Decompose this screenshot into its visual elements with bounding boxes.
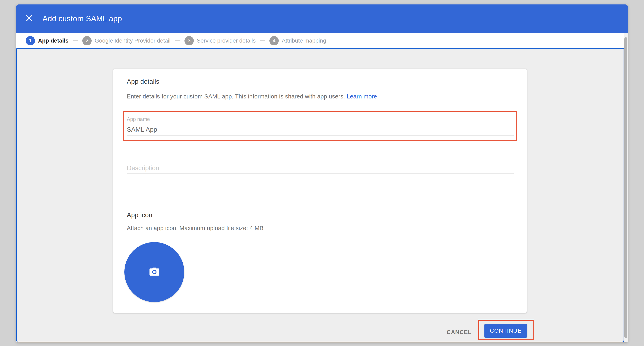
step-service-provider-details[interactable]: 3 Service provider details [184, 36, 256, 45]
dialog-header: Add custom SAML app [16, 5, 628, 33]
app-name-input[interactable]: SAML App [127, 126, 514, 133]
step-2-badge: 2 [82, 36, 92, 45]
camera-icon [148, 267, 160, 277]
step-attribute-mapping[interactable]: 4 Attribute mapping [270, 36, 326, 45]
step-google-idp-details[interactable]: 2 Google Identity Provider details [82, 36, 171, 45]
continue-button[interactable]: CONTINUE [484, 324, 527, 338]
scrollbar[interactable] [624, 33, 628, 342]
step-1-label: App details [38, 38, 68, 44]
dialog-content: App details Enter details for your custo… [16, 48, 624, 342]
step-4-label: Attribute mapping [282, 38, 326, 44]
step-4-badge: 4 [270, 36, 279, 45]
section-description: Enter details for your custom SAML app. … [127, 93, 377, 100]
section-title: App details [127, 78, 160, 85]
app-icon-upload-button[interactable] [124, 242, 184, 302]
app-name-underline [127, 135, 514, 136]
step-3-badge: 3 [184, 36, 194, 45]
step-1-badge: 1 [26, 36, 35, 45]
app-details-card: App details Enter details for your custo… [113, 69, 527, 313]
close-icon [25, 14, 34, 23]
scrollbar-thumb[interactable] [624, 37, 627, 338]
learn-more-link[interactable]: Learn more [347, 93, 377, 100]
step-separator [72, 40, 78, 41]
step-separator [175, 40, 180, 41]
step-app-details[interactable]: 1 App details [26, 36, 68, 45]
app-icon-hint: Attach an app icon. Maximum upload file … [127, 225, 264, 232]
app-icon-title: App icon [127, 211, 152, 219]
close-button[interactable] [24, 13, 34, 23]
cancel-button[interactable]: CANCEL [446, 327, 472, 337]
dialog-title: Add custom SAML app [42, 5, 122, 33]
app-name-label: App name [127, 116, 150, 122]
description-input[interactable]: Description [127, 164, 514, 172]
step-2-label: Google Identity Provider details [95, 38, 171, 44]
add-custom-saml-app-dialog: Add custom SAML app 1 App details 2 Goog… [16, 5, 628, 342]
step-separator [260, 40, 265, 41]
step-3-label: Service provider details [197, 38, 256, 44]
section-description-text: Enter details for your custom SAML app. … [127, 93, 345, 100]
description-underline [127, 174, 514, 174]
stepper: 1 App details 2 Google Identity Provider… [16, 33, 628, 48]
